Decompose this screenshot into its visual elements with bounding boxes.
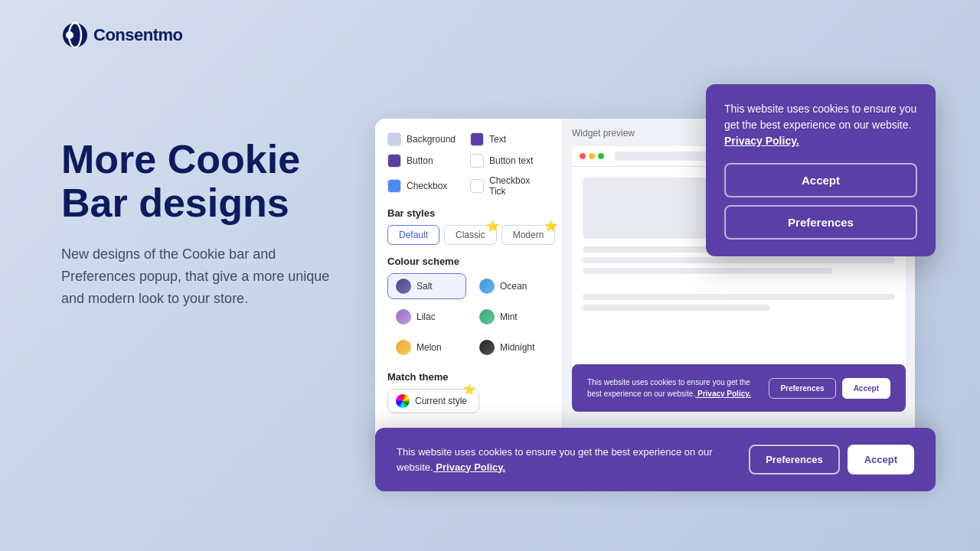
- inline-accept-button[interactable]: Accept: [842, 378, 890, 399]
- colour-midnight[interactable]: Midnight: [471, 334, 550, 360]
- colour-lilac[interactable]: Lilac: [387, 304, 466, 330]
- checkbox-label: Checkbox: [407, 181, 447, 191]
- match-theme-title: Match theme: [387, 371, 550, 383]
- browser-dots: [580, 153, 604, 159]
- inline-cookie-buttons: Preferences Accept: [769, 378, 890, 399]
- color-item-checkbox-tick[interactable]: Checkbox Tick: [470, 175, 547, 197]
- color-row-1: Background Text: [387, 132, 550, 146]
- button-label: Button: [407, 155, 433, 166]
- classic-star-badge: ⭐: [486, 220, 499, 232]
- logo-icon: [61, 21, 89, 49]
- color-item-button-text[interactable]: Button text: [470, 154, 547, 168]
- cookie-popup-accept-button[interactable]: Accept: [724, 163, 917, 197]
- colour-salt[interactable]: Salt: [387, 273, 466, 299]
- bar-styles-title: Bar styles: [387, 207, 550, 219]
- colour-ocean[interactable]: Ocean: [471, 273, 550, 299]
- cookie-popup-text: This website uses cookies to ensure you …: [724, 101, 917, 149]
- main-title: More Cookie Bar designs: [61, 138, 352, 225]
- left-content: More Cookie Bar designs New designs of t…: [61, 138, 352, 310]
- text-label: Text: [489, 134, 506, 145]
- ocean-dot: [479, 279, 495, 294]
- match-theme-badge: ⭐: [463, 383, 475, 395]
- mint-dot: [479, 309, 495, 324]
- settings-panel: Background Text Button Button text Check…: [375, 119, 563, 448]
- bar-styles-row: Default Classic ⭐ Modern ⭐: [387, 225, 550, 245]
- color-row-2: Button Button text: [387, 154, 550, 168]
- modern-star-badge: ⭐: [544, 220, 557, 232]
- salt-label: Salt: [416, 281, 433, 292]
- inline-cookie-text: This website uses cookies to ensure you …: [587, 377, 756, 399]
- melon-dot: [396, 340, 411, 355]
- checkbox-swatch: [387, 179, 401, 193]
- colour-melon[interactable]: Melon: [387, 334, 466, 360]
- midnight-label: Midnight: [500, 342, 534, 353]
- skeleton-line-2: [583, 257, 895, 263]
- dot-red: [580, 153, 586, 159]
- color-item-button[interactable]: Button: [387, 154, 464, 168]
- cookie-popup-preferences-button[interactable]: Preferences: [724, 205, 917, 240]
- current-style-dot: [396, 394, 410, 408]
- colour-mint[interactable]: Mint: [471, 304, 550, 330]
- skeleton-line-3: [583, 268, 832, 274]
- text-swatch: [470, 132, 484, 146]
- lilac-dot: [396, 309, 411, 324]
- checkbox-tick-label: Checkbox Tick: [489, 175, 547, 197]
- color-item-checkbox[interactable]: Checkbox: [387, 175, 464, 197]
- mint-label: Mint: [500, 311, 518, 322]
- logo-text: Consentmo: [93, 25, 183, 45]
- cookie-bar-buttons: Preferences Accept: [749, 445, 914, 474]
- dot-yellow: [589, 153, 595, 159]
- skeleton-line-5: [583, 305, 770, 311]
- lilac-label: Lilac: [416, 311, 436, 322]
- header: Consentmo: [61, 21, 183, 49]
- button-text-swatch: [470, 154, 484, 168]
- ocean-label: Ocean: [500, 281, 527, 292]
- cookie-popup-top: This website uses cookies to ensure you …: [706, 84, 936, 256]
- melon-label: Melon: [416, 342, 442, 353]
- bar-style-default[interactable]: Default: [387, 225, 439, 245]
- match-theme-item[interactable]: Current style ⭐: [387, 389, 479, 413]
- color-item-background[interactable]: Background: [387, 132, 464, 146]
- svg-point-2: [66, 31, 74, 39]
- bar-style-modern[interactable]: Modern ⭐: [501, 225, 556, 245]
- bar-style-classic[interactable]: Classic ⭐: [444, 225, 497, 245]
- background-swatch: [387, 132, 401, 146]
- cookie-bar-bottom: This website uses cookies to ensure you …: [375, 428, 936, 491]
- midnight-dot: [479, 340, 495, 355]
- salt-dot: [396, 279, 411, 294]
- color-row-3: Checkbox Checkbox Tick: [387, 175, 550, 197]
- current-style-label: Current style: [415, 396, 467, 406]
- inline-preferences-button[interactable]: Preferences: [769, 378, 835, 399]
- skeleton-line-4: [583, 294, 895, 300]
- checkbox-tick-swatch: [470, 179, 484, 193]
- button-text-label: Button text: [489, 155, 533, 166]
- button-swatch: [387, 154, 401, 168]
- cookie-bar-text: This website uses cookies to ensure you …: [397, 445, 730, 474]
- colour-scheme-title: Colour scheme: [387, 256, 550, 267]
- color-item-text[interactable]: Text: [470, 132, 547, 146]
- background-label: Background: [407, 134, 456, 145]
- dot-green: [598, 153, 604, 159]
- cookie-popup-link[interactable]: Privacy Policy.: [724, 135, 799, 147]
- cookie-bar-preferences-button[interactable]: Preferences: [749, 445, 839, 474]
- colour-grid: Salt Ocean Lilac Mint Melon Midnight: [387, 273, 550, 360]
- inline-cookie-bar: This website uses cookies to ensure you …: [572, 364, 906, 412]
- cookie-bar-accept-button[interactable]: Accept: [848, 445, 914, 474]
- subtitle: New designs of the Cookie bar and Prefer…: [61, 243, 352, 309]
